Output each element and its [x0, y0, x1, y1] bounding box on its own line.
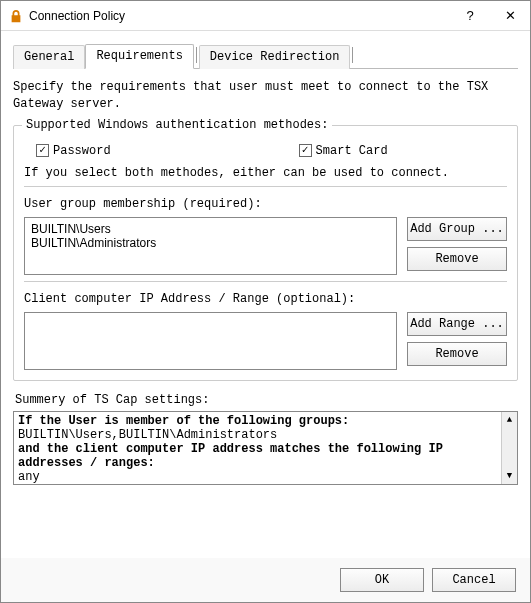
- add-group-button[interactable]: Add Group ...: [407, 217, 507, 241]
- checkmark-icon: ✓: [299, 144, 312, 157]
- tab-requirements[interactable]: Requirements: [85, 44, 193, 69]
- titlebar: Connection Policy ? ✕: [1, 1, 530, 31]
- tab-separator-2: [352, 47, 353, 63]
- tabs: General Requirements Device Redirection: [13, 43, 518, 69]
- summary-line: and the client computer IP address match…: [18, 442, 513, 470]
- list-item[interactable]: BUILTIN\Users: [31, 222, 390, 236]
- ip-group-title: Client computer IP Address / Range (opti…: [24, 292, 507, 306]
- tab-separator: [196, 47, 197, 63]
- summary-line: BUILTIN\Users,BUILTIN\Administrators: [18, 428, 513, 442]
- auth-groupbox-title: Supported Windows authentication methode…: [22, 118, 332, 132]
- auth-both-hint: If you select both methodes, either can …: [24, 166, 507, 180]
- ok-button[interactable]: OK: [340, 568, 424, 592]
- smartcard-checkbox-label: Smart Card: [316, 144, 388, 158]
- summary-title: Summery of TS Cap settings:: [15, 393, 518, 407]
- summary-textarea[interactable]: If the User is member of the following g…: [13, 411, 518, 485]
- cancel-button[interactable]: Cancel: [432, 568, 516, 592]
- window-title: Connection Policy: [29, 9, 450, 23]
- remove-group-button[interactable]: Remove: [407, 247, 507, 271]
- description-text: Specify the requirements that user must …: [13, 79, 518, 113]
- separator: [24, 186, 507, 187]
- scroll-up-icon[interactable]: ▲: [502, 412, 517, 428]
- footer: OK Cancel: [1, 558, 530, 602]
- list-item[interactable]: BUILTIN\Administrators: [31, 236, 390, 250]
- user-group-title: User group membership (required):: [24, 197, 507, 211]
- close-button[interactable]: ✕: [490, 1, 530, 30]
- lock-icon: [9, 9, 23, 23]
- tab-general[interactable]: General: [13, 45, 85, 69]
- remove-range-button[interactable]: Remove: [407, 342, 507, 366]
- content-area: General Requirements Device Redirection …: [1, 31, 530, 491]
- summary-line: If the User is member of the following g…: [18, 414, 513, 428]
- tab-device-redirection[interactable]: Device Redirection: [199, 45, 351, 69]
- dialog-window: Connection Policy ? ✕ General Requiremen…: [0, 0, 531, 603]
- password-checkbox-label: Password: [53, 144, 111, 158]
- scrollbar[interactable]: ▲ ▼: [501, 412, 517, 484]
- scroll-down-icon[interactable]: ▼: [502, 468, 517, 484]
- add-range-button[interactable]: Add Range ...: [407, 312, 507, 336]
- help-button[interactable]: ?: [450, 1, 490, 30]
- summary-line: any: [18, 470, 513, 484]
- smartcard-checkbox[interactable]: ✓ Smart Card: [299, 144, 388, 158]
- separator: [24, 281, 507, 282]
- ip-range-listbox[interactable]: [24, 312, 397, 370]
- password-checkbox[interactable]: ✓ Password: [36, 144, 191, 158]
- auth-groupbox: Supported Windows authentication methode…: [13, 125, 518, 381]
- user-group-listbox[interactable]: BUILTIN\Users BUILTIN\Administrators: [24, 217, 397, 275]
- checkmark-icon: ✓: [36, 144, 49, 157]
